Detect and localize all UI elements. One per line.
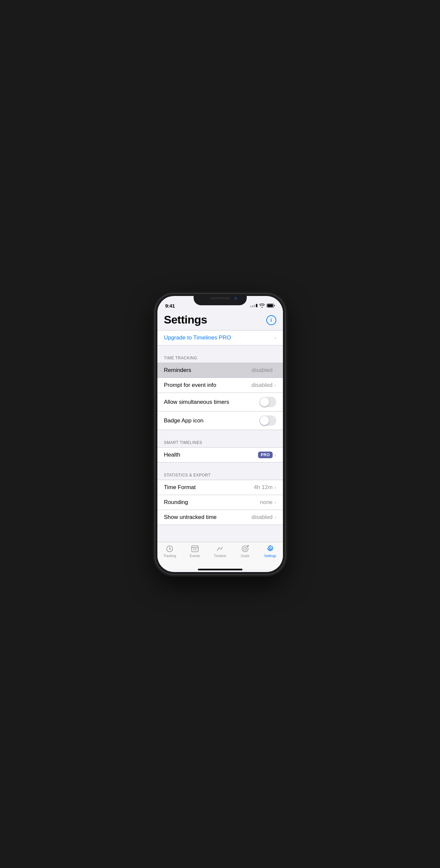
show-untracked-row[interactable]: Show untracked time disabled › <box>157 510 283 525</box>
time-tracking-header: TIME TRACKING <box>157 352 283 363</box>
reminders-chevron: › <box>275 368 276 373</box>
goals-tab-label: Goals <box>241 554 250 558</box>
health-label: Health <box>164 452 180 458</box>
show-untracked-label: Show untracked time <box>164 514 217 521</box>
tab-goals[interactable]: Goals <box>232 545 258 558</box>
badge-app-icon-row[interactable]: Badge App icon <box>157 411 283 430</box>
speaker <box>210 297 230 299</box>
svg-point-11 <box>244 548 246 550</box>
rounding-label: Rounding <box>164 499 188 506</box>
camera <box>234 297 237 300</box>
content-area: Settings i Upgrade to Timelines PRO › TI… <box>157 311 283 542</box>
reminders-right: disabled › <box>252 367 276 374</box>
info-button[interactable]: i <box>266 315 276 325</box>
statistics-export-header-text: STATISTICS & EXPORT <box>164 473 211 477</box>
pro-badge: PRO <box>258 452 273 458</box>
rounding-chevron: › <box>275 500 276 505</box>
signal-icon <box>250 304 257 307</box>
settings-tab-label: Settings <box>264 554 276 558</box>
smart-timelines-header-text: SMART TIMELINES <box>164 440 203 445</box>
upgrade-label: Upgrade to Timelines PRO <box>164 335 231 341</box>
time-tracking-section: TIME TRACKING Reminders disabled › Promp… <box>157 352 283 430</box>
statistics-export-list: Time Format 4h 12m › Rounding none › <box>157 480 283 525</box>
home-indicator-bar <box>198 569 242 570</box>
events-tab-label: Events <box>190 554 200 558</box>
goals-icon <box>241 545 249 553</box>
page-title: Settings <box>164 313 207 326</box>
settings-icon <box>266 545 274 553</box>
show-untracked-value: disabled <box>252 514 273 521</box>
spacer-1 <box>157 345 283 352</box>
health-right: PRO › <box>258 452 276 458</box>
reminders-row[interactable]: Reminders disabled › <box>157 363 283 378</box>
tracking-tab-label: Tracking <box>164 554 176 558</box>
svg-point-15 <box>269 548 271 550</box>
tracking-icon <box>166 545 174 553</box>
time-format-value: 4h 12m <box>254 484 273 491</box>
wifi-icon <box>259 304 265 308</box>
statistics-export-header: STATISTICS & EXPORT <box>157 469 283 480</box>
prompt-event-value: disabled <box>252 382 273 389</box>
prompt-event-chevron: › <box>275 382 276 388</box>
time-format-row[interactable]: Time Format 4h 12m › <box>157 480 283 495</box>
rounding-row[interactable]: Rounding none › <box>157 495 283 510</box>
time-tracking-list: Reminders disabled › Prompt for event in… <box>157 363 283 430</box>
spacer-3 <box>157 463 283 469</box>
phone-frame: 9:41 <box>155 294 285 574</box>
upgrade-chevron: › <box>275 335 276 340</box>
health-chevron: › <box>275 452 276 458</box>
spacer-4 <box>157 525 283 532</box>
simultaneous-timers-thumb <box>260 398 269 406</box>
tab-bar: Tracking Events <box>157 542 283 569</box>
tab-timeline[interactable]: Timeline <box>208 545 233 558</box>
prompt-event-right: disabled › <box>252 382 276 389</box>
status-time: 9:41 <box>165 303 175 309</box>
show-untracked-right: disabled › <box>252 514 276 521</box>
tab-events[interactable]: Events <box>182 545 208 558</box>
badge-app-icon-thumb <box>260 416 269 425</box>
badge-app-icon-label: Badge App icon <box>164 417 204 424</box>
home-indicator <box>157 569 283 572</box>
simultaneous-timers-label: Allow simultaneous timers <box>164 399 230 405</box>
health-row[interactable]: Health PRO › <box>157 447 283 462</box>
battery-icon <box>267 304 275 308</box>
tab-settings[interactable]: Settings <box>258 545 283 558</box>
upgrade-row[interactable]: Upgrade to Timelines PRO › <box>157 330 283 345</box>
reminders-value: disabled <box>252 367 273 374</box>
prompt-event-label: Prompt for event info <box>164 382 216 389</box>
notch <box>194 294 247 305</box>
spacer-2 <box>157 430 283 437</box>
tab-tracking[interactable]: Tracking <box>157 545 183 558</box>
smart-timelines-header: SMART TIMELINES <box>157 437 283 447</box>
status-icons <box>250 304 275 308</box>
time-tracking-header-text: TIME TRACKING <box>164 356 197 360</box>
screen: 9:41 <box>157 296 283 572</box>
page-header: Settings i <box>157 311 283 330</box>
svg-line-5 <box>170 549 171 550</box>
rounding-right: none › <box>260 499 276 506</box>
simultaneous-timers-toggle[interactable] <box>259 397 276 407</box>
show-untracked-chevron: › <box>275 515 276 520</box>
time-format-right: 4h 12m › <box>254 484 276 491</box>
time-format-label: Time Format <box>164 484 196 491</box>
reminders-label: Reminders <box>164 367 191 374</box>
badge-app-icon-toggle[interactable] <box>259 415 276 426</box>
timeline-tab-label: Timeline <box>214 554 226 558</box>
rounding-value: none <box>260 499 273 506</box>
svg-rect-1 <box>267 304 273 307</box>
timeline-icon <box>216 545 224 553</box>
smart-timelines-section: SMART TIMELINES Health PRO › <box>157 437 283 463</box>
prompt-event-row[interactable]: Prompt for event info disabled › <box>157 378 283 393</box>
simultaneous-timers-row[interactable]: Allow simultaneous timers <box>157 393 283 411</box>
statistics-export-section: STATISTICS & EXPORT Time Format 4h 12m ›… <box>157 469 283 525</box>
time-format-chevron: › <box>275 485 276 490</box>
smart-timelines-list: Health PRO › <box>157 447 283 463</box>
events-icon <box>191 545 199 553</box>
